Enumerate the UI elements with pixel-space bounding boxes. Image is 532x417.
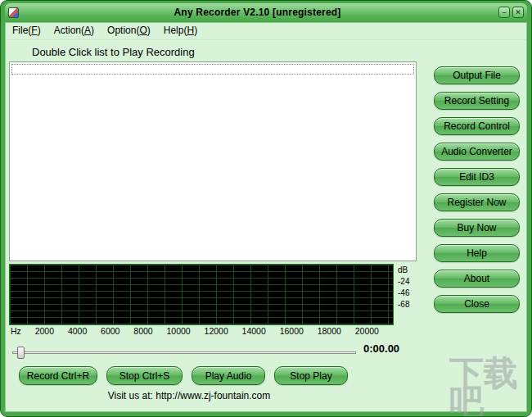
visit-text: Visit us at: <box>108 390 156 401</box>
transport-controls: Record Ctrl+R Stop Ctrl+S Play Audio Sto… <box>19 366 348 385</box>
audio-converter-button[interactable]: Audio Converter <box>434 143 520 161</box>
freq-tick-label: 2000 <box>35 326 54 336</box>
visit-line: Visit us at: http://www.zj-fountain.com <box>1 390 377 401</box>
freq-tick-label: 12000 <box>205 326 228 336</box>
db-label: -46 <box>398 288 419 299</box>
freq-tick-label: 10000 <box>167 326 191 336</box>
menu-bar: File(F) Action(A) Option(O) Help(H) <box>7 24 204 39</box>
menu-help-text: Help( <box>164 25 187 36</box>
close-button[interactable]: Close <box>434 295 520 313</box>
freq-tick-label: 4000 <box>68 326 87 336</box>
app-window: Any Recorder V2.10 [unregistered] – ✕ Fi… <box>0 0 532 417</box>
edit-id3-button[interactable]: Edit ID3 <box>434 168 520 186</box>
app-icon <box>8 7 19 18</box>
db-label: dB <box>398 265 419 276</box>
window-title: Any Recorder V2.10 [unregistered] <box>19 7 496 18</box>
freq-tick-label: 16000 <box>280 326 304 336</box>
freq-tick-label: 6000 <box>101 326 119 336</box>
record-button[interactable]: Record Ctrl+R <box>19 366 97 385</box>
record-control-button[interactable]: Record Control <box>434 117 520 135</box>
record-setting-button[interactable]: Record Setting <box>434 92 520 110</box>
title-bar-controls: – ✕ <box>496 7 524 18</box>
db-label: -68 <box>398 299 419 310</box>
list-focus-rect <box>11 64 414 75</box>
menu-help-suffix: ) <box>194 25 197 36</box>
buy-now-button[interactable]: Buy Now <box>434 219 520 237</box>
freq-tick-label: 8000 <box>133 326 152 336</box>
freq-tick-label: 20000 <box>355 326 379 336</box>
about-button[interactable]: About <box>434 270 520 288</box>
recording-list-label: Double Click list to Play Recording <box>32 46 195 58</box>
menu-option[interactable]: Option(O) <box>102 24 157 39</box>
menu-file-text: File( <box>12 25 31 36</box>
menu-separator <box>6 39 526 40</box>
output-file-button[interactable]: Output File <box>434 66 520 84</box>
seek-slider[interactable] <box>12 345 356 360</box>
menu-help-mnemonic: H <box>187 25 194 36</box>
sidebar-buttons: Output File Record Setting Record Contro… <box>434 66 520 313</box>
frequency-scale: Hz 2000 4000 6000 8000 10000 12000 14000… <box>11 326 379 336</box>
play-audio-button[interactable]: Play Audio <box>192 366 265 385</box>
menu-action[interactable]: Action(A) <box>49 24 101 39</box>
title-bar: Any Recorder V2.10 [unregistered] – ✕ <box>5 3 527 21</box>
menu-option-text: Option( <box>107 25 139 36</box>
help-button[interactable]: Help <box>434 244 520 262</box>
menu-file[interactable]: File(F) <box>7 24 47 39</box>
menu-action-text: Action( <box>54 25 84 36</box>
menu-option-suffix: ) <box>147 25 151 36</box>
db-label: -24 <box>398 276 419 288</box>
spectrum-display <box>9 264 394 325</box>
stop-play-button[interactable]: Stop Play <box>274 366 348 385</box>
close-icon[interactable]: ✕ <box>512 7 524 18</box>
seek-slider-track[interactable] <box>12 351 356 354</box>
freq-tick-label: 18000 <box>318 326 341 336</box>
seek-slider-thumb[interactable] <box>17 347 25 359</box>
recording-list[interactable] <box>9 61 417 261</box>
website-link[interactable]: http://www.zj-fountain.com <box>156 390 270 401</box>
menu-action-suffix: ) <box>91 25 94 36</box>
db-scale: dB -24 -46 -68 <box>398 265 419 310</box>
freq-tick-label: 14000 <box>242 326 266 336</box>
freq-unit-label: Hz <box>11 326 21 336</box>
stop-button[interactable]: Stop Ctrl+S <box>106 366 183 385</box>
minimize-icon[interactable]: – <box>498 7 510 18</box>
register-now-button[interactable]: Register Now <box>434 193 520 211</box>
time-display: 0:00.00 <box>363 342 399 355</box>
menu-help[interactable]: Help(H) <box>159 24 204 39</box>
menu-action-mnemonic: A <box>84 25 91 36</box>
menu-file-mnemonic: F <box>31 25 37 36</box>
menu-file-suffix: ) <box>38 25 41 36</box>
menu-option-mnemonic: O <box>139 25 147 36</box>
